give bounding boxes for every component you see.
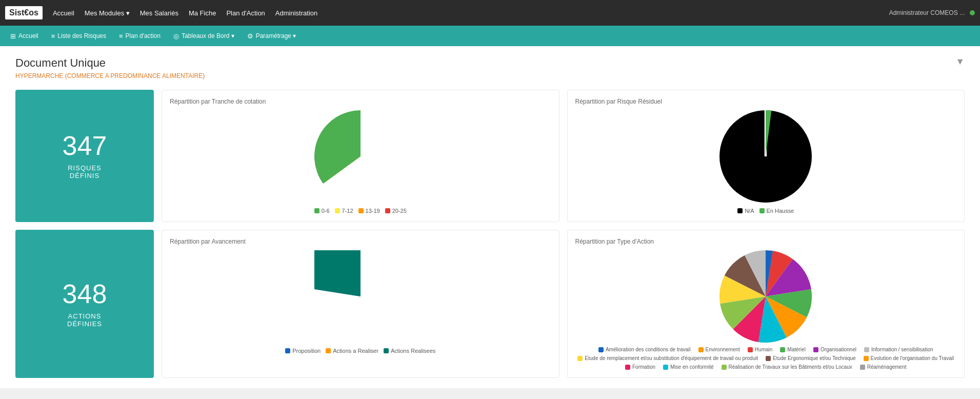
chart-tranche-cotation: Répartition par Tranche de cotation [162, 90, 559, 222]
legend-dot-environnement [698, 347, 704, 352]
legend-item-information: Information / sensibilisation [864, 347, 933, 352]
legend-dot-na [737, 208, 743, 213]
page-title: Document Unique [15, 56, 965, 70]
chart-avancement-svg-area [314, 250, 407, 343]
chart-tranche-title: Répartition par Tranche de cotation [170, 98, 551, 105]
chart-avancement-container: Proposition Actions a Realiser Actions R… [170, 250, 551, 354]
nav-administration[interactable]: Administration [275, 9, 317, 17]
dashboard-icon: ◎ [173, 32, 179, 40]
top-navigation: Sist€os Accueil Mes Modules ▾ Mes Salari… [0, 0, 980, 26]
chart-risque-residuel: Répartition par Risque Résiduel [567, 90, 965, 222]
stat-number-risques: 347 [63, 132, 107, 159]
chart-avancement-legend: Proposition Actions a Realiser Actions R… [285, 348, 435, 354]
stat-card-risques: 347 RISQUESDÉFINIS [15, 90, 154, 222]
list-icon: ≡ [51, 32, 55, 40]
legend-dot-actions-realiser [326, 348, 331, 353]
legend-dot-organisationnel [813, 347, 818, 352]
home-icon: ⊞ [10, 32, 16, 40]
stat-label-actions: ACTIONSDÉFINIES [67, 312, 102, 328]
legend-item-formation: Formation [625, 364, 655, 370]
chart-type-action: Répartition par Type d'Action [567, 230, 965, 378]
legend-dot-mise-conformite [663, 365, 668, 370]
chart-tranche-svg-area [314, 110, 407, 203]
legend-dot-proposition [285, 348, 290, 353]
subnav-liste-risques[interactable]: ≡ Liste des Risques [46, 30, 111, 43]
chart-type-legend: Amélioration des conditions de travail E… [575, 347, 957, 370]
gear-icon: ⚙ [247, 32, 253, 40]
chart-tranche-container: 0-6 7-12 13-19 20-25 [170, 110, 551, 214]
legend-dot-formation [625, 365, 630, 370]
dashboard-row-1: 347 RISQUESDÉFINIS Répartition par Tranc… [15, 90, 965, 222]
legend-item-organisationnel: Organisationnel [813, 347, 856, 352]
nav-ma-fiche[interactable]: Ma Fiche [189, 9, 216, 17]
legend-dot-humain [748, 347, 753, 352]
chart-tranche-legend: 0-6 7-12 13-19 20-25 [314, 208, 407, 214]
chart-avancement-title: Répartition par Avancement [170, 238, 551, 245]
nav-plan-action[interactable]: Plan d'Action [226, 9, 265, 17]
subnav-parametrage[interactable]: ⚙ Paramétrage ▾ [242, 30, 302, 43]
legend-dot-materiel [780, 347, 785, 352]
stat-number-actions: 348 [63, 281, 107, 307]
main-content: ▼ Document Unique HYPERMARCHE (COMMERCE … [0, 46, 980, 388]
legend-item-etude-ergonomique: Etude Ergonomique et/ou Technique [766, 355, 856, 361]
legend-dot-reamenagement [860, 365, 865, 370]
legend-dot-evolution-organisation [864, 356, 869, 361]
legend-item-evolution-organisation: Evolution de l'organisation du Travail [864, 355, 954, 361]
legend-item-etude-remplacement: Etude de remplacement et/ou substitution… [577, 355, 758, 361]
legend-dot-amelioration [598, 347, 604, 352]
stat-label-risques: RISQUESDÉFINIS [68, 164, 102, 179]
chart-residuel-container: N/A En Hausse [575, 110, 957, 214]
stat-card-actions: 348 ACTIONSDÉFINIES [15, 230, 154, 378]
subnav-accueil[interactable]: ⊞ Accueil [5, 30, 44, 43]
legend-item-reamenagement: Réaménagement [860, 364, 907, 370]
legend-dot-etude-ergonomique [766, 356, 771, 361]
legend-dot-0-6 [314, 208, 319, 213]
legend-item-actions-realisees: Actions Realisees [384, 348, 435, 354]
legend-item-proposition: Proposition [285, 348, 321, 354]
legend-item-20-25: 20-25 [385, 208, 407, 214]
legend-item-humain: Humain [748, 347, 772, 352]
filter-icon[interactable]: ▼ [955, 56, 965, 67]
legend-item-environnement: Environnement [698, 347, 740, 352]
legend-item-amelioration: Amélioration des conditions de travail [598, 347, 691, 352]
legend-dot-realisation-travaux [722, 365, 727, 370]
legend-item-na: N/A [737, 208, 754, 214]
nav-accueil[interactable]: Accueil [53, 9, 74, 17]
chart-avancement: Répartition par Avancement Pro [162, 230, 559, 378]
nav-mes-modules[interactable]: Mes Modules ▾ [85, 9, 130, 17]
legend-dot-etude-remplacement [577, 356, 583, 361]
chart-residuel-svg-area [719, 110, 812, 203]
logo: Sist€os [5, 6, 43, 19]
legend-dot-information [864, 347, 869, 352]
top-nav-right: Administrateur COMEOS ... [889, 9, 975, 16]
status-indicator [970, 10, 975, 15]
legend-item-7-12: 7-12 [335, 208, 353, 214]
chart-type-container: Amélioration des conditions de travail E… [575, 250, 957, 370]
legend-item-0-6: 0-6 [314, 208, 330, 214]
chart-residuel-title: Répartition par Risque Résiduel [575, 98, 957, 105]
legend-item-realisation-travaux: Réalisation de Travaux sur les Bâtiments… [722, 364, 852, 370]
subnav-tableaux-bord[interactable]: ◎ Tableaux de Bord ▾ [168, 30, 239, 43]
subnav-plan-action[interactable]: ≡ Plan d'action [114, 30, 166, 43]
nav-mes-salaries[interactable]: Mes Salariés [140, 9, 178, 17]
legend-dot-actions-realisees [384, 348, 389, 353]
legend-item-13-19: 13-19 [358, 208, 380, 214]
page-subtitle: HYPERMARCHE (COMMERCE A PREDOMINANCE ALI… [15, 72, 965, 79]
legend-item-actions-realiser: Actions a Realiser [326, 348, 378, 354]
legend-dot-13-19 [358, 208, 364, 213]
sub-navigation: ⊞ Accueil ≡ Liste des Risques ≡ Plan d'a… [0, 26, 980, 46]
legend-dot-en-hausse [759, 208, 765, 213]
legend-item-en-hausse: En Hausse [759, 208, 794, 214]
chart-type-svg-area [719, 250, 812, 343]
chart-type-title: Répartition par Type d'Action [575, 238, 957, 245]
legend-dot-20-25 [385, 208, 390, 213]
top-nav-links: Accueil Mes Modules ▾ Mes Salariés Ma Fi… [53, 9, 889, 17]
legend-item-mise-conformite: Mise en conformité [663, 364, 713, 370]
plan-icon: ≡ [119, 32, 123, 40]
user-name: Administrateur COMEOS ... [889, 9, 965, 16]
chart-residuel-legend: N/A En Hausse [737, 208, 794, 214]
legend-item-materiel: Matériel [780, 347, 806, 352]
dashboard-row-2: 348 ACTIONSDÉFINIES Répartition par Avan… [15, 230, 965, 378]
legend-dot-7-12 [335, 208, 340, 213]
